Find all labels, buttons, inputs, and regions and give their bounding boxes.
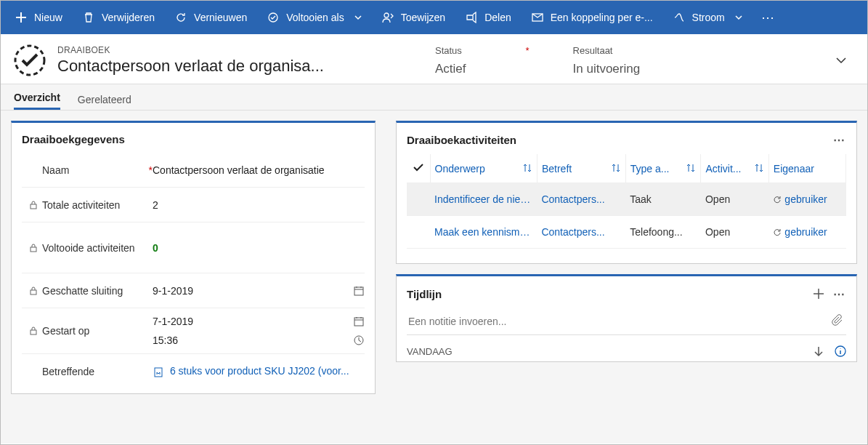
activities-more-button[interactable]: ⋯: [833, 133, 846, 147]
refresh-icon: [175, 12, 187, 23]
svg-point-0: [269, 13, 277, 22]
lock-icon: [29, 201, 38, 209]
note-input[interactable]: [407, 308, 846, 335]
tab-overview[interactable]: Overzicht: [14, 86, 60, 110]
cell-subject[interactable]: Maak een kennismakin...: [430, 216, 537, 249]
timeline-more-button[interactable]: ⋯: [833, 287, 846, 301]
attachment-icon[interactable]: [832, 314, 843, 326]
playbook-details-panel: Draaiboekgegevens Naam* Contactpersoon v…: [11, 121, 376, 394]
result-label: Resultaat: [573, 45, 641, 56]
cell-owner[interactable]: gebruiker: [768, 216, 845, 249]
new-label: Nieuw: [34, 12, 62, 23]
cell-status: Open: [701, 216, 768, 249]
name-value[interactable]: Contactpersoon verlaat de organisatie: [153, 164, 325, 176]
share-button[interactable]: Delen: [457, 6, 520, 29]
total-value: 2: [153, 199, 158, 211]
svg-rect-6: [31, 290, 36, 294]
col-subject[interactable]: Onderwerp: [430, 154, 537, 183]
row-name: Naam* Contactpersoon verlaat de organisa…: [22, 153, 365, 188]
horizontal-scrollbar[interactable]: [407, 250, 846, 259]
assign-label: Toewijzen: [401, 12, 445, 23]
regarding-value[interactable]: 6 stuks voor product SKU JJ202 (voor...: [170, 365, 349, 377]
playbook-details-title: Draaiboekgegevens: [22, 133, 365, 145]
expand-header-button[interactable]: [835, 55, 847, 66]
completed-label: Voltooide activiteiten: [42, 242, 135, 254]
emaillink-label: Een koppeling per e-...: [551, 12, 653, 23]
tab-related[interactable]: Gerelateerd: [78, 88, 131, 110]
timeline-title: Tijdlijn: [407, 288, 442, 300]
calendar-icon[interactable]: [353, 316, 365, 327]
svg-rect-5: [31, 247, 36, 252]
svg-rect-4: [31, 204, 36, 209]
table-row[interactable]: Indentificeer de nieuwe... Contactpers..…: [407, 183, 846, 216]
timeline-panel: Tijdlijn ⋯ VANDAAG: [396, 274, 857, 362]
started-date: 7-1-2019: [153, 316, 193, 327]
chevron-down-icon: [354, 14, 362, 21]
status-field[interactable]: Status * Actief: [435, 45, 530, 76]
estclose-value: 9-1-2019: [153, 285, 193, 297]
person-icon: [382, 12, 394, 23]
timeline-today-label: VANDAAG: [407, 346, 453, 357]
delete-label: Verwijderen: [102, 12, 155, 23]
refresh-label: Vernieuwen: [194, 12, 247, 23]
col-regarding[interactable]: Betreft: [537, 154, 625, 183]
flow-label: Stroom: [692, 12, 725, 23]
cell-regarding[interactable]: Contactpers...: [537, 183, 625, 216]
status-value: Actief: [435, 62, 530, 76]
email-icon: [532, 12, 543, 23]
cell-status: Open: [701, 183, 768, 216]
col-owner[interactable]: Eigenaar: [768, 154, 845, 183]
command-bar: Nieuw Verwijderen Vernieuwen Voltooien a…: [1, 1, 867, 34]
cell-type: Telefoong...: [625, 216, 701, 249]
svg-rect-7: [354, 287, 363, 295]
record-header: DRAAIBOEK Contactpersoon verlaat de orga…: [1, 34, 867, 84]
col-select[interactable]: [407, 154, 430, 183]
delete-button[interactable]: Verwijderen: [74, 6, 163, 29]
status-label: Status: [435, 45, 462, 56]
row-started: Gestart op 7-1-2019 15:36: [22, 308, 365, 354]
result-field[interactable]: Resultaat In uitvoering: [573, 45, 641, 76]
emaillink-button[interactable]: Een koppeling per e-...: [523, 6, 662, 29]
col-type[interactable]: Type a...: [625, 154, 701, 183]
refresh-icon: [773, 228, 782, 237]
main-content: Draaiboekgegevens Naam* Contactpersoon v…: [1, 111, 867, 444]
trash-icon: [83, 12, 94, 23]
sort-icon: [611, 163, 621, 173]
flow-button[interactable]: Stroom: [665, 6, 751, 29]
svg-rect-8: [31, 330, 36, 334]
table-row[interactable]: Maak een kennismakin... Contactpers... T…: [407, 216, 846, 249]
started-label: Gestart op: [42, 325, 89, 337]
total-label: Totale activiteiten: [42, 199, 120, 211]
sort-icon: [522, 163, 532, 173]
svg-point-1: [384, 13, 389, 17]
cell-subject[interactable]: Indentificeer de nieuwe...: [430, 183, 537, 216]
chevron-down-icon: [735, 14, 742, 21]
completeas-label: Voltooien als: [286, 12, 344, 23]
completeas-button[interactable]: Voltooien als: [259, 6, 370, 29]
page-title: Contactpersoon verlaat de organisa...: [57, 57, 421, 76]
cell-owner[interactable]: gebruiker: [768, 183, 845, 216]
required-marker: *: [525, 45, 529, 56]
refresh-icon: [773, 196, 782, 204]
assign-button[interactable]: Toewijzen: [373, 6, 454, 29]
lock-icon: [29, 244, 38, 252]
refresh-button[interactable]: Vernieuwen: [166, 6, 256, 29]
row-completed: Voltooide activiteiten 0: [22, 222, 365, 273]
check-circle-icon: [267, 12, 279, 23]
activities-panel: Draaiboekactiviteiten ⋯ Onderwerp Betref…: [396, 121, 857, 264]
name-label: Naam: [42, 164, 69, 176]
arrow-down-icon[interactable]: [813, 345, 824, 357]
info-icon[interactable]: [835, 345, 846, 357]
share-label: Delen: [484, 12, 511, 23]
col-status[interactable]: Activit...: [701, 154, 768, 183]
document-icon: [153, 366, 164, 378]
sort-icon: [686, 163, 696, 173]
new-button[interactable]: Nieuw: [7, 6, 71, 29]
calendar-icon[interactable]: [353, 285, 365, 297]
cell-regarding[interactable]: Contactpers...: [537, 216, 625, 249]
add-button[interactable]: [811, 286, 826, 301]
more-commands-button[interactable]: ⋯: [754, 4, 783, 31]
clock-icon[interactable]: [353, 334, 365, 346]
activities-table: Onderwerp Betreft Type a... Activit... E…: [407, 154, 846, 249]
svg-rect-9: [354, 318, 363, 326]
